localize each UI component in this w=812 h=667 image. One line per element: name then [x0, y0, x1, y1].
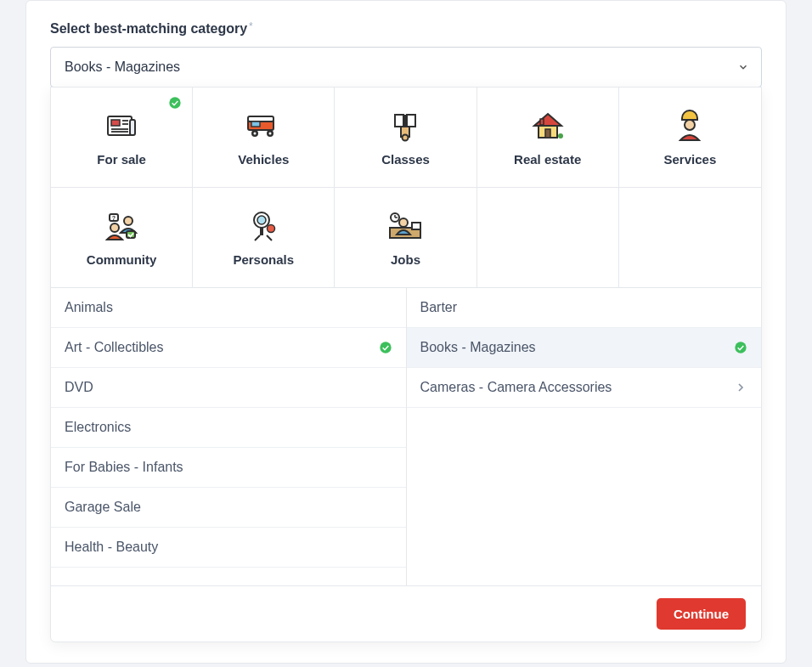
svg-point-24 [110, 223, 119, 232]
subcat-books-magazines[interactable]: Books - Magazines [407, 328, 762, 368]
category-card: Select best-matching category* Books - M… [25, 0, 787, 664]
book-hand-icon [388, 106, 422, 145]
check-icon [168, 96, 182, 110]
svg-point-39 [380, 342, 391, 353]
worker-icon [675, 106, 704, 145]
field-label: Select best-matching category [50, 21, 247, 36]
svg-point-13 [254, 133, 257, 135]
subcat-garage-sale[interactable]: Garage Sale [51, 488, 406, 528]
subcat-cameras[interactable]: Cameras - Camera Accessories [407, 368, 762, 408]
newspaper-icon [104, 106, 138, 145]
chevron-right-icon [734, 381, 747, 394]
svg-point-0 [170, 97, 181, 108]
van-icon [245, 106, 282, 145]
top-cat-label: For sale [97, 152, 146, 167]
svg-point-22 [558, 133, 563, 138]
svg-rect-21 [540, 119, 544, 125]
svg-rect-2 [111, 120, 120, 126]
svg-point-14 [269, 133, 272, 135]
svg-point-34 [399, 218, 408, 227]
subcat-art-collectibles[interactable]: Art - Collectibles [51, 328, 406, 368]
selected-value: Books - Magazines [65, 59, 180, 74]
check-icon [379, 341, 392, 354]
svg-rect-20 [545, 129, 550, 138]
subcat-label: DVD [65, 380, 93, 395]
svg-rect-31 [260, 227, 263, 235]
continue-button[interactable]: Continue [657, 598, 746, 630]
top-cat-vehicles[interactable]: Vehicles [193, 88, 335, 188]
subcat-for-babies-infants[interactable]: For Babies - Infants [51, 448, 406, 488]
top-cat-personals[interactable]: Personals [193, 188, 335, 288]
subcat-health-beauty[interactable]: Health - Beauty [51, 528, 406, 568]
subcat-label: Animals [65, 300, 113, 315]
subcat-animals[interactable]: Animals [51, 288, 406, 328]
top-cat-label: Real estate [514, 152, 581, 167]
subcat-barter[interactable]: Barter [407, 288, 762, 328]
jobs-icon [386, 206, 424, 246]
required-mark: * [249, 20, 253, 32]
top-cat-label: Classes [381, 152, 430, 167]
svg-point-30 [257, 216, 266, 224]
subcat-label: Cameras - Camera Accessories [420, 380, 612, 395]
category-select[interactable]: Books - Magazines [50, 47, 762, 88]
subcat-electronics[interactable]: Electronics [51, 408, 406, 448]
top-cat-empty [619, 188, 761, 288]
subcategory-left-col[interactable]: Animals Art - Collectibles DVD Electroni… [51, 288, 407, 585]
svg-point-17 [403, 135, 409, 141]
svg-point-25 [124, 217, 133, 225]
subcat-label: Health - Beauty [65, 540, 158, 555]
subcat-label: For Babies - Infants [65, 460, 183, 475]
top-cat-label: Personals [233, 252, 294, 267]
top-cat-label: Jobs [391, 252, 420, 267]
top-cat-label: Vehicles [238, 152, 289, 167]
svg-point-23 [685, 120, 695, 130]
personals-icon [248, 206, 279, 246]
subcat-label: Books - Magazines [420, 340, 536, 355]
top-cat-label: Community [87, 252, 157, 267]
top-cat-label: Services [664, 152, 717, 167]
field-label-row: Select best-matching category* [50, 21, 762, 37]
svg-point-40 [735, 342, 746, 353]
top-cat-real-estate[interactable]: Real estate [477, 88, 619, 188]
subcat-label: Barter [420, 300, 458, 315]
chevron-down-icon [737, 61, 749, 73]
top-cat-jobs[interactable]: Jobs [335, 188, 476, 288]
top-cat-for-sale[interactable]: For sale [51, 88, 193, 188]
svg-rect-35 [412, 223, 420, 229]
house-icon [530, 106, 566, 145]
check-icon [734, 341, 747, 354]
subcat-label: Art - Collectibles [65, 340, 163, 355]
subcategory-columns: Animals Art - Collectibles DVD Electroni… [51, 288, 761, 585]
svg-rect-7 [130, 120, 135, 135]
svg-point-32 [268, 225, 275, 233]
svg-text:?: ? [112, 215, 116, 221]
top-cat-classes[interactable]: Classes [335, 88, 476, 188]
subcat-label: Electronics [65, 420, 131, 435]
subcat-dvd[interactable]: DVD [51, 368, 406, 408]
svg-marker-18 [534, 114, 561, 126]
dropdown-footer: Continue [51, 585, 761, 642]
subcategory-right-col[interactable]: Barter Books - Magazines Cameras - Camer… [407, 288, 762, 585]
subcat-label: Garage Sale [65, 500, 141, 515]
top-cat-services[interactable]: Services [619, 88, 761, 188]
community-icon: ? [103, 206, 140, 246]
svg-rect-10 [251, 122, 260, 127]
category-dropdown: For sale Vehicles [50, 87, 762, 642]
svg-rect-9 [248, 116, 273, 122]
top-cat-community[interactable]: ? Community [51, 188, 193, 288]
top-categories-grid: For sale Vehicles [51, 88, 761, 288]
top-cat-empty [477, 188, 619, 288]
subcat-more[interactable] [51, 568, 406, 585]
